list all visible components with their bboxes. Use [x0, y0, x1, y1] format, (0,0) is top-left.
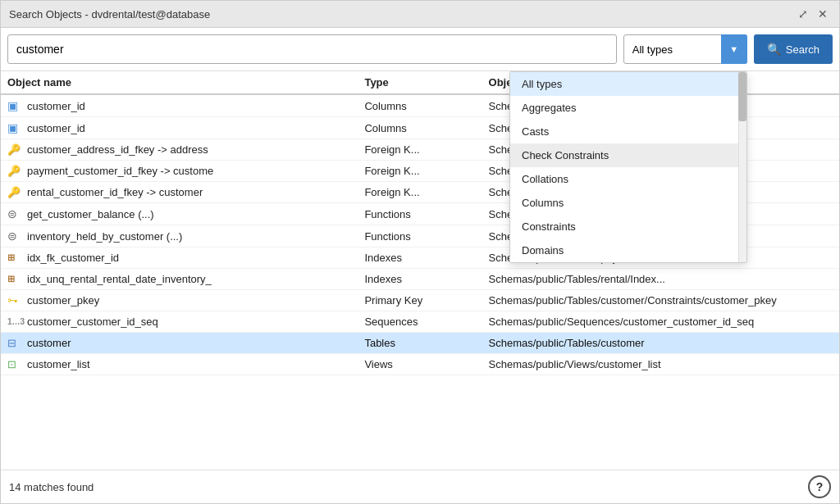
- toolbar: All types Aggregates Casts Check Constra…: [1, 28, 839, 71]
- col-icon: ▣: [7, 121, 24, 134]
- fk-icon: 🔑: [7, 186, 24, 198]
- cell-name: 🗝 customer_pkey: [1, 290, 358, 311]
- cell-name: 🔑 rental_customer_id_fkey -> customer: [1, 182, 358, 203]
- col-header-name: Object name: [1, 71, 358, 94]
- statusbar: 14 matches found ?: [1, 470, 839, 503]
- search-input[interactable]: [7, 34, 617, 64]
- dropdown-popup-item[interactable]: Casts: [510, 120, 746, 143]
- cell-path: Schemas/public/Tables/customer/Constrain…: [482, 290, 839, 311]
- cell-type: Columns: [358, 94, 482, 117]
- cell-type: Functions: [358, 203, 482, 225]
- titlebar: Search Objects - dvdrental/test@database…: [1, 1, 839, 28]
- dropdown-scrollbar[interactable]: [738, 72, 746, 262]
- cell-type: Indexes: [358, 247, 482, 269]
- dropdown-popup-item[interactable]: Collations: [510, 167, 746, 191]
- view-icon: ⊡: [7, 358, 24, 370]
- table-row[interactable]: 🗝 customer_pkey Primary Key Schemas/publ…: [1, 290, 839, 311]
- tbl-icon: ⊟: [7, 337, 24, 349]
- window-controls: ⤢ ✕: [795, 6, 831, 22]
- close-button[interactable]: ✕: [815, 6, 831, 22]
- type-dropdown-popup: All typesAggregatesCastsCheck Constraint…: [509, 71, 747, 263]
- cell-path: Schemas/public/Views/customer_list: [482, 354, 839, 375]
- matches-count: 14 matches found: [9, 481, 94, 493]
- cell-name: ⊜ get_customer_balance (...): [1, 203, 358, 225]
- dropdown-popup-item[interactable]: Check Constraints: [510, 143, 746, 167]
- table-row[interactable]: ⊟ customer Tables Schemas/public/Tables/…: [1, 333, 839, 354]
- seq-icon: 1…3: [7, 317, 24, 326]
- cell-path: Schemas/public/Tables/rental/Index...: [482, 269, 839, 290]
- table-row[interactable]: ⊡ customer_list Views Schemas/public/Vie…: [1, 354, 839, 375]
- fk-icon: 🔑: [7, 165, 24, 177]
- cell-type: Primary Key: [358, 290, 482, 311]
- cell-name: ⊞ idx_fk_customer_id: [1, 247, 358, 269]
- dropdown-popup-item[interactable]: Columns: [510, 191, 746, 215]
- pk-icon: 🗝: [7, 294, 24, 306]
- cell-name: 1…3 customer_customer_id_seq: [1, 311, 358, 333]
- cell-path: Schemas/public/Sequences/customer_custom…: [482, 311, 839, 333]
- cell-name: 🔑 payment_customer_id_fkey -> custome: [1, 161, 358, 182]
- col-header-type: Type: [358, 71, 482, 94]
- table-row[interactable]: 1…3 customer_customer_id_seq Sequences S…: [1, 311, 839, 333]
- cell-type: Functions: [358, 225, 482, 247]
- search-icon: 🔍: [767, 43, 781, 56]
- table-row[interactable]: ⊞ idx_unq_rental_rental_date_inventory_ …: [1, 269, 839, 290]
- help-button[interactable]: ?: [808, 475, 831, 498]
- type-filter-dropdown[interactable]: All types Aggregates Casts Check Constra…: [623, 34, 747, 64]
- dropdown-popup-item[interactable]: Domains: [510, 238, 746, 262]
- cell-name: ▣ customer_id: [1, 117, 358, 139]
- col-icon: ▣: [7, 99, 24, 112]
- idx-icon: ⊞: [7, 252, 24, 263]
- cell-name: ⊡ customer_list: [1, 354, 358, 375]
- cell-type: Views: [358, 354, 482, 375]
- dropdown-scrollbar-thumb: [738, 72, 746, 121]
- cell-type: Tables: [358, 333, 482, 354]
- main-content: Object name Type Object path ▣ customer_…: [1, 71, 839, 470]
- main-window: Search Objects - dvdrental/test@database…: [0, 0, 840, 504]
- fk-icon: 🔑: [7, 143, 24, 156]
- cell-type: Sequences: [358, 311, 482, 333]
- cell-name: ⊟ customer: [1, 333, 358, 354]
- dropdown-popup-item[interactable]: Aggregates: [510, 96, 746, 120]
- cell-type: Foreign K...: [358, 161, 482, 182]
- cell-type: Foreign K...: [358, 182, 482, 203]
- cell-name: ⊜ inventory_held_by_customer (...): [1, 225, 358, 247]
- cell-name: ⊞ idx_unq_rental_rental_date_inventory_: [1, 269, 358, 290]
- cell-name: ▣ customer_id: [1, 94, 358, 117]
- maximize-button[interactable]: ⤢: [795, 6, 811, 22]
- dropdown-popup-item[interactable]: Constraints: [510, 215, 746, 238]
- cell-type: Indexes: [358, 269, 482, 290]
- dropdown-popup-item[interactable]: All types: [510, 72, 746, 96]
- func-icon: ⊜: [7, 229, 24, 243]
- cell-path: Schemas/public/Tables/customer: [482, 333, 839, 354]
- type-filter-wrapper: All types Aggregates Casts Check Constra…: [623, 34, 747, 64]
- search-button-label: Search: [786, 43, 819, 56]
- func-icon: ⊜: [7, 207, 24, 220]
- window-title: Search Objects - dvdrental/test@database: [9, 8, 210, 20]
- cell-type: Columns: [358, 117, 482, 139]
- cell-type: Foreign K...: [358, 139, 482, 161]
- search-button[interactable]: 🔍 Search: [754, 34, 833, 64]
- cell-name: 🔑 customer_address_id_fkey -> address: [1, 139, 358, 161]
- idx-icon: ⊞: [7, 274, 24, 284]
